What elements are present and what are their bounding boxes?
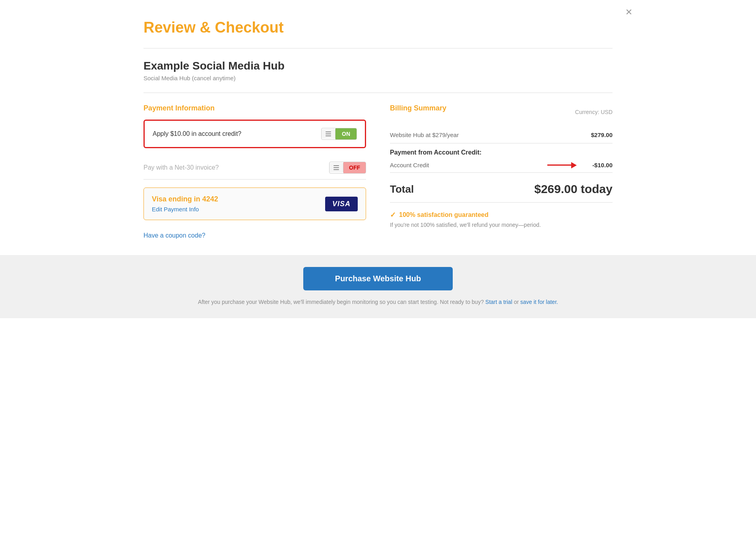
net30-toggle-off-button[interactable]: OFF bbox=[343, 162, 366, 173]
net30-toggle-line-2 bbox=[333, 167, 339, 168]
checkmark-icon: ✓ bbox=[390, 211, 396, 219]
left-panel: Payment Information Apply $10.00 in acco… bbox=[143, 104, 366, 239]
product-section: Example Social Media Hub Social Media Hu… bbox=[143, 60, 613, 81]
total-label: Total bbox=[390, 183, 414, 195]
edit-payment-link[interactable]: Edit Payment Info bbox=[152, 206, 218, 213]
credit-toggle-label: Apply $10.00 in account credit? bbox=[153, 130, 241, 137]
coupon-link[interactable]: Have a coupon code? bbox=[143, 232, 205, 239]
net30-toggle-lines[interactable] bbox=[330, 163, 343, 172]
visa-info: Visa ending in 4242 Edit Payment Info bbox=[152, 195, 218, 213]
billing-header: Billing Summary Currency: USD bbox=[390, 104, 613, 120]
total-row: Total $269.00 today bbox=[390, 173, 613, 203]
credit-toggle-box: Apply $10.00 in account credit? ON bbox=[143, 120, 366, 148]
website-hub-amount: $279.00 bbox=[591, 131, 613, 138]
toggle-line-1 bbox=[326, 131, 331, 132]
billing-title: Billing Summary bbox=[390, 104, 446, 112]
net30-toggle-group[interactable]: OFF bbox=[329, 162, 366, 174]
footer-text: After you purchase your Website Hub, we'… bbox=[0, 298, 756, 306]
website-hub-row: Website Hub at $279/year $279.00 bbox=[390, 127, 613, 143]
toggle-lines-icon bbox=[326, 131, 331, 136]
footer: Purchase Website Hub After you purchase … bbox=[0, 255, 756, 318]
credit-toggle-lines[interactable] bbox=[322, 129, 335, 139]
purchase-button[interactable]: Purchase Website Hub bbox=[303, 267, 453, 290]
save-for-later-link[interactable]: save it for later. bbox=[520, 299, 558, 305]
close-button[interactable]: ✕ bbox=[625, 8, 632, 17]
divider-1 bbox=[143, 48, 613, 48]
net30-toggle-line-1 bbox=[333, 165, 339, 166]
payment-from-header: Payment from Account Credit: bbox=[390, 143, 613, 158]
net30-label: Pay with a Net-30 invoice? bbox=[143, 164, 219, 171]
currency-label: Currency: USD bbox=[575, 109, 613, 115]
red-arrow bbox=[547, 162, 577, 168]
net30-row: Pay with a Net-30 invoice? OFF bbox=[143, 156, 366, 180]
credit-toggle-on-button[interactable]: ON bbox=[335, 128, 357, 139]
total-amount: $269.00 today bbox=[534, 182, 613, 196]
product-subtitle: Social Media Hub (cancel anytime) bbox=[143, 75, 613, 81]
visa-card-box: Visa ending in 4242 Edit Payment Info VI… bbox=[143, 188, 366, 220]
account-credit-label: Account Credit bbox=[390, 162, 429, 168]
satisfaction-row: ✓ 100% satisfaction guaranteed If you're… bbox=[390, 203, 613, 236]
visa-logo: VISA bbox=[325, 197, 358, 211]
arrow-head bbox=[571, 162, 577, 168]
satisfaction-desc: If you're not 100% satisfied, we'll refu… bbox=[390, 222, 613, 228]
net30-toggle-line-3 bbox=[333, 169, 339, 170]
payment-info-title: Payment Information bbox=[143, 104, 366, 112]
footer-or: or bbox=[514, 299, 519, 305]
right-panel: Billing Summary Currency: USD Website Hu… bbox=[390, 104, 613, 239]
page-title: Review & Checkout bbox=[143, 19, 613, 36]
website-hub-label: Website Hub at $279/year bbox=[390, 131, 459, 138]
credit-toggle-group[interactable]: ON bbox=[321, 128, 357, 140]
account-credit-amount: -$10.00 bbox=[592, 162, 613, 168]
product-name: Example Social Media Hub bbox=[143, 60, 613, 72]
start-trial-link[interactable]: Start a trial bbox=[485, 299, 512, 305]
visa-ending-label: Visa ending in 4242 bbox=[152, 195, 218, 203]
toggle-line-3 bbox=[326, 135, 331, 136]
arrow-line bbox=[547, 164, 571, 166]
net30-toggle-lines-icon bbox=[333, 165, 339, 170]
main-content: Payment Information Apply $10.00 in acco… bbox=[143, 104, 613, 239]
account-credit-row: Account Credit -$10.00 bbox=[390, 158, 613, 173]
footer-note: After you purchase your Website Hub, we'… bbox=[198, 299, 484, 305]
satisfaction-title-text: 100% satisfaction guaranteed bbox=[399, 211, 488, 218]
satisfaction-title: ✓ 100% satisfaction guaranteed bbox=[390, 211, 613, 219]
divider-2 bbox=[143, 93, 613, 93]
toggle-line-2 bbox=[326, 133, 331, 134]
